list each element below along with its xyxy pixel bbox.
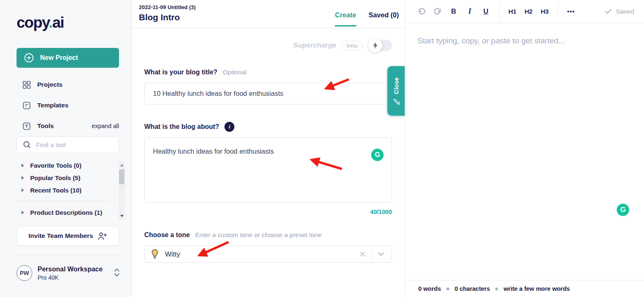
tool-group-favorite[interactable]: Favorite Tools (0) (0, 159, 131, 171)
clear-icon[interactable] (358, 249, 367, 259)
tab-saved[interactable]: Saved (0) (369, 11, 399, 26)
caret-right-icon (21, 209, 24, 216)
beta-badge: beta (341, 41, 363, 50)
plus-circle-icon (24, 53, 34, 63)
scroll-down-icon[interactable] (120, 215, 124, 217)
field-label-row: What is the blog about? i (144, 122, 392, 132)
tool-group-popular[interactable]: Popular Tools (5) (0, 171, 131, 184)
dot-separator (495, 287, 498, 290)
sidebar-item-templates[interactable]: Templates (0, 95, 131, 116)
word-count: 0 words (418, 285, 441, 292)
grammarly-icon[interactable]: G (371, 149, 384, 161)
sidebar-nav: Projects Templates Tools expand all (0, 74, 131, 136)
blog-about-field: What is the blog about? i Healthy lunch … (144, 122, 392, 215)
pencil-icon (393, 98, 399, 105)
invite-team-members-button[interactable]: Invite Team Members (17, 226, 119, 246)
scroll-up-icon[interactable] (120, 164, 124, 166)
supercharge-label: Supercharge (293, 41, 336, 50)
redo-button[interactable] (431, 5, 444, 19)
person-plus-icon (98, 232, 107, 240)
italic-button[interactable]: I (463, 5, 477, 19)
bold-button[interactable]: B (447, 5, 460, 19)
close-panel-button[interactable]: Close (387, 66, 405, 116)
templates-icon (23, 102, 31, 109)
workspace-switcher[interactable]: PW Personal Workspace Pro 40K (17, 265, 120, 281)
undo-icon (417, 7, 426, 16)
workspace-name: Personal Workspace (38, 266, 103, 273)
sidebar-scrollbar[interactable] (119, 162, 125, 220)
new-project-button[interactable]: New Project (17, 48, 119, 68)
logo-text: ai (52, 14, 64, 31)
blog-about-wrap: Healthy lunch ideas for food enthusiasts… (144, 137, 392, 204)
search-icon (23, 140, 31, 149)
tool-group-recent[interactable]: Recent Tools (10) (0, 184, 131, 196)
caret-right-icon (21, 174, 24, 181)
grammarly-icon[interactable]: G (617, 204, 629, 216)
blog-about-textarea[interactable]: Healthy lunch ideas for food enthusiasts (144, 137, 392, 203)
workspace-avatar: PW (17, 265, 32, 281)
tab-create[interactable]: Create (335, 11, 356, 26)
sidebar: copy.ai New Project Projects Templates (0, 0, 132, 297)
projects-grid-icon (23, 81, 31, 89)
saved-indicator: Saved (605, 8, 634, 15)
divider (499, 2, 499, 21)
redo-icon (434, 7, 442, 16)
invite-label: Invite Team Members (29, 232, 93, 240)
field-label-row: Choose a tone Enter a custom tone or cho… (144, 230, 392, 240)
breadcrumb: 2022-11-09 Untitled (3) (139, 4, 405, 10)
tool-panel: 2022-11-09 Untitled (3) Blog Intro Creat… (132, 0, 405, 297)
tone-value: Witty (165, 250, 358, 258)
close-inner: Close (393, 77, 400, 105)
underline-button[interactable]: U (479, 5, 493, 19)
sidebar-item-label: Templates (37, 102, 69, 109)
lightning-bolt-icon (373, 42, 378, 49)
checkmark-icon (605, 9, 612, 14)
copyai-logo[interactable]: copy.ai (17, 14, 131, 31)
lightbulb-icon (151, 249, 158, 259)
search-input[interactable] (36, 141, 119, 149)
expand-all-link[interactable]: expand all (92, 123, 119, 129)
tone-field: Choose a tone Enter a custom tone or cho… (144, 230, 392, 263)
sidebar-item-label: Projects (37, 81, 62, 88)
editor-panel: B I U H1 H2 H3 ••• Saved Start typing, c… (405, 0, 644, 297)
tool-group-label: Popular Tools (5) (30, 174, 80, 181)
chevron-down-icon[interactable] (376, 249, 386, 259)
tone-select[interactable]: Witty (144, 245, 392, 263)
tool-tabs: Create Saved (0) (335, 11, 399, 26)
info-icon[interactable]: i (224, 122, 234, 132)
tool-groups: Favorite Tools (0) Popular Tools (5) Rec… (0, 159, 131, 219)
logo-text: copy (17, 14, 49, 31)
tool-group-label: Favorite Tools (0) (30, 162, 81, 169)
tone-label: Choose a tone (144, 231, 190, 239)
tool-search-box (17, 136, 119, 153)
blog-about-label: What is the blog about? (144, 123, 219, 131)
sidebar-item-projects[interactable]: Projects (0, 74, 131, 95)
tools-icon (23, 122, 31, 130)
sidebar-item-tools[interactable]: Tools expand all (0, 116, 131, 136)
chevron-up-down-icon[interactable] (114, 268, 120, 279)
divider (371, 249, 372, 259)
h2-button[interactable]: H2 (522, 5, 535, 19)
undo-button[interactable] (415, 5, 428, 19)
blog-title-field: What is your blog title? Optional (144, 67, 392, 105)
close-rot: Close (387, 66, 405, 116)
tone-hint: Enter a custom tone or choose a preset t… (195, 231, 322, 239)
saved-label: Saved (616, 8, 634, 15)
tool-group-product-descriptions[interactable]: Product Descriptions (1) (0, 206, 131, 219)
h1-button[interactable]: H1 (506, 5, 519, 19)
new-project-label: New Project (40, 54, 78, 62)
scrollbar-thumb[interactable] (119, 169, 124, 184)
more-options-button[interactable]: ••• (564, 5, 578, 19)
editor-body[interactable]: Start typing, copy, or paste to get star… (405, 23, 644, 280)
tool-group-label: Product Descriptions (1) (30, 209, 102, 216)
caret-right-icon (21, 162, 24, 169)
blog-title-input[interactable] (144, 83, 392, 105)
divider (17, 201, 110, 201)
tool-panel-header: 2022-11-09 Untitled (3) Blog Intro Creat… (132, 0, 405, 29)
supercharge-toggle[interactable] (370, 40, 392, 51)
editor-toolbar: B I U H1 H2 H3 ••• Saved (405, 0, 644, 23)
divider (17, 255, 119, 255)
sidebar-item-label: Tools (37, 122, 54, 130)
editor-placeholder: Start typing, copy, or paste to get star… (417, 36, 632, 45)
h3-button[interactable]: H3 (538, 5, 551, 19)
